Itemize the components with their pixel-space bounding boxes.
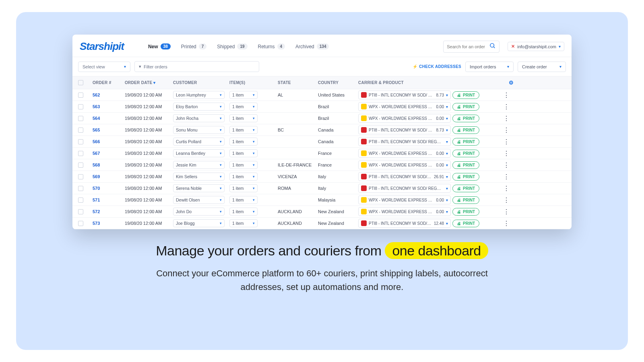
print-button[interactable]: 🖨PRINT — [452, 91, 479, 99]
row-menu-button[interactable]: ⋮ — [499, 173, 514, 181]
col-country[interactable]: COUNTRY — [318, 80, 358, 85]
col-date[interactable]: ORDER DATE ▾ — [125, 80, 173, 85]
row-checkbox[interactable] — [78, 221, 83, 226]
row-checkbox[interactable] — [78, 104, 83, 109]
carrier-select[interactable]: PTI8 - INTL ECONOMY W SOD/ REG… 8.73 ▾ — [358, 125, 451, 134]
order-number-link[interactable]: 565 — [93, 128, 125, 132]
items-select[interactable]: 1 item▾ — [229, 196, 258, 204]
tab-new[interactable]: New38 — [148, 43, 171, 49]
row-checkbox[interactable] — [78, 162, 83, 168]
tab-shipped[interactable]: Shipped19 — [217, 43, 247, 49]
print-button[interactable]: 🖨PRINT — [452, 150, 479, 157]
row-menu-button[interactable]: ⋮ — [499, 103, 514, 111]
carrier-select[interactable]: WPX - WORLDWIDE EXPRESS WPX 0.00 ▾ — [358, 195, 451, 204]
carrier-select[interactable]: PTI8 - INTL ECONOMY W SOD/ REG… 8.73 ▾ — [358, 90, 451, 99]
carrier-select[interactable]: PTI8 - INTL ECONOMY W SOD/ REGD POST ▾ — [358, 137, 451, 146]
row-menu-button[interactable]: ⋮ — [499, 196, 514, 204]
row-menu-button[interactable]: ⋮ — [499, 91, 514, 99]
tab-printed[interactable]: Printed7 — [181, 43, 207, 49]
customer-select[interactable]: Kim Sellers▾ — [173, 173, 225, 181]
order-number-link[interactable]: 568 — [93, 162, 125, 167]
print-button[interactable]: 🖨PRINT — [452, 103, 479, 111]
customer-select[interactable]: Leanna Bentley▾ — [173, 149, 225, 157]
carrier-select[interactable]: PTI8 - INTL ECONOMY W SOD/ REG… 26.91 ▾ — [358, 172, 451, 181]
customer-select[interactable]: Eloy Barton▾ — [173, 103, 225, 111]
items-select[interactable]: 1 item▾ — [229, 138, 258, 146]
print-button[interactable]: 🖨PRINT — [452, 220, 479, 227]
row-checkbox[interactable] — [78, 93, 83, 98]
row-menu-button[interactable]: ⋮ — [499, 220, 514, 227]
customer-select[interactable]: John Do▾ — [173, 208, 225, 216]
customer-select[interactable]: Dewitt Olsen▾ — [173, 196, 225, 204]
items-select[interactable]: 1 item▾ — [229, 173, 258, 181]
carrier-select[interactable]: WPX - WORLDWIDE EXPRESS WPX 0.00 ▾ — [358, 149, 451, 158]
order-number-link[interactable]: 562 — [93, 93, 125, 97]
items-select[interactable]: 1 item▾ — [229, 103, 258, 111]
items-select[interactable]: 1 item▾ — [229, 161, 258, 169]
order-number-link[interactable]: 569 — [93, 174, 125, 179]
customer-select[interactable]: Serena Noble▾ — [173, 184, 225, 192]
gear-icon[interactable]: ⚙ — [499, 80, 514, 86]
create-order-dropdown[interactable]: Create order ▾ — [518, 62, 566, 72]
row-menu-button[interactable]: ⋮ — [499, 115, 514, 122]
row-checkbox[interactable] — [78, 186, 83, 191]
row-menu-button[interactable]: ⋮ — [499, 208, 514, 216]
items-select[interactable]: 1 item▾ — [229, 126, 258, 134]
carrier-select[interactable]: WPX - WORLDWIDE EXPRESS WPX 0.00 ▾ — [358, 207, 451, 216]
customer-select[interactable]: Leon Humphrey▾ — [173, 91, 225, 99]
order-number-link[interactable]: 566 — [93, 139, 125, 144]
carrier-select[interactable]: WPX - WORLDWIDE EXPRESS WPX 0.00 ▾ — [358, 102, 451, 111]
customer-select[interactable]: Curtis Pollard▾ — [173, 138, 225, 146]
carrier-select[interactable]: WPX - WORLDWIDE EXPRESS WPX 0.00 ▾ — [358, 160, 451, 169]
print-button[interactable]: 🖨PRINT — [452, 196, 479, 204]
print-button[interactable]: 🖨PRINT — [452, 208, 479, 216]
order-number-link[interactable]: 570 — [93, 186, 125, 191]
order-number-link[interactable]: 572 — [93, 209, 125, 214]
items-select[interactable]: 1 item▾ — [229, 149, 258, 157]
items-select[interactable]: 1 item▾ — [229, 184, 258, 192]
order-number-link[interactable]: 564 — [93, 116, 125, 121]
row-checkbox[interactable] — [78, 209, 83, 214]
carrier-select[interactable]: PTI8 - INTL ECONOMY W SOD/ REGD POST ▾ — [358, 184, 451, 193]
row-checkbox[interactable] — [78, 116, 83, 121]
col-order[interactable]: ORDER # — [93, 80, 125, 85]
items-select[interactable]: 1 item▾ — [229, 114, 258, 122]
tab-returns[interactable]: Returns4 — [258, 43, 285, 49]
customer-select[interactable]: John Rocha▾ — [173, 114, 225, 122]
col-customer[interactable]: CUSTOMER — [173, 80, 229, 85]
col-state[interactable]: STATE — [278, 80, 318, 85]
print-button[interactable]: 🖨PRINT — [452, 126, 479, 134]
select-view-dropdown[interactable]: Select view ▾ — [78, 62, 130, 72]
tab-archived[interactable]: Archived134 — [295, 43, 329, 49]
col-carrier[interactable]: CARRIER & PRODUCT — [358, 80, 451, 85]
search-field[interactable] — [447, 44, 487, 49]
check-addresses-link[interactable]: ⚡ CHECK ADDRESSES — [413, 64, 461, 69]
print-button[interactable]: 🖨PRINT — [452, 173, 479, 181]
customer-select[interactable]: Sonu Monu▾ — [173, 126, 225, 134]
print-button[interactable]: 🖨PRINT — [452, 115, 479, 122]
items-select[interactable]: 1 item▾ — [229, 208, 258, 216]
row-menu-button[interactable]: ⋮ — [499, 150, 514, 157]
carrier-select[interactable]: PTI8 - INTL ECONOMY W SOD/ REG… 12.48 ▾ — [358, 219, 451, 228]
print-button[interactable]: 🖨PRINT — [452, 161, 479, 169]
select-all-checkbox[interactable] — [78, 80, 83, 85]
row-checkbox[interactable] — [78, 197, 83, 203]
row-menu-button[interactable]: ⋮ — [499, 185, 514, 192]
row-menu-button[interactable]: ⋮ — [499, 126, 514, 134]
order-number-link[interactable]: 573 — [93, 221, 125, 226]
order-number-link[interactable]: 567 — [93, 151, 125, 156]
import-orders-dropdown[interactable]: Import orders ▾ — [465, 62, 514, 72]
order-number-link[interactable]: 571 — [93, 197, 125, 202]
carrier-select[interactable]: WPX - WORLDWIDE EXPRESS WPX 0.00 ▾ — [358, 114, 451, 123]
items-select[interactable]: 1 item▾ — [229, 219, 258, 227]
filter-orders-input[interactable]: ▾ Filter orders — [134, 61, 259, 72]
customer-select[interactable]: Jessie Kim▾ — [173, 161, 225, 169]
row-checkbox[interactable] — [78, 128, 83, 133]
account-dropdown[interactable]: ✕ info@starshipit.com ▾ — [508, 42, 564, 51]
row-menu-button[interactable]: ⋮ — [499, 138, 514, 146]
row-checkbox[interactable] — [78, 151, 83, 156]
col-items[interactable]: ITEM(S) — [229, 80, 278, 85]
row-menu-button[interactable]: ⋮ — [499, 161, 514, 169]
row-checkbox[interactable] — [78, 139, 83, 144]
print-button[interactable]: 🖨PRINT — [452, 185, 479, 192]
